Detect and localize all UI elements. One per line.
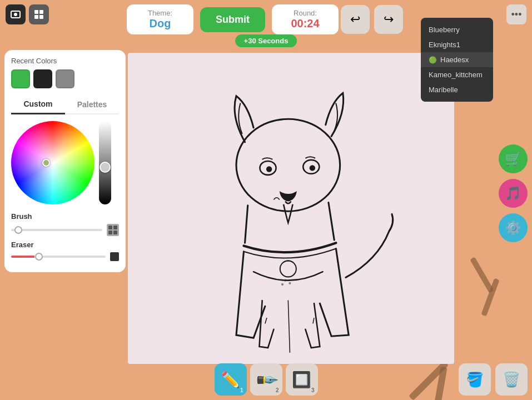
- eraser-label: Eraser: [11, 241, 119, 249]
- svg-point-14: [289, 282, 291, 284]
- gear-icon: ⚙️: [505, 220, 521, 236]
- music-icon: 🎵: [505, 186, 521, 201]
- list-item: Eknights1: [421, 37, 493, 52]
- svg-point-10: [310, 165, 315, 171]
- left-panel: Recent Colors Custom Palettes Brush: [4, 50, 126, 272]
- bottom-right-tools: 🪣 🗑️: [459, 363, 528, 396]
- player-name: Blueberry: [429, 26, 460, 34]
- svg-point-9: [266, 166, 272, 172]
- brush-label: Brush: [11, 212, 119, 221]
- color-wheel-container[interactable]: [11, 121, 95, 204]
- fill-button[interactable]: 🪣: [459, 363, 491, 396]
- brush-section: Brush: [11, 212, 119, 236]
- color-cursor: [42, 159, 50, 167]
- list-item: Blueberry: [421, 22, 493, 37]
- round-label: Round:: [283, 9, 327, 17]
- round-value: 00:24: [283, 17, 327, 30]
- round-box: Round: 00:24: [272, 4, 339, 34]
- plus-seconds-badge: +30 Seconds: [235, 34, 297, 47]
- active-indicator-icon: 🟢: [429, 56, 437, 64]
- svg-line-17: [313, 318, 314, 323]
- eraser-section: Eraser: [11, 241, 119, 261]
- pencil-tool-button[interactable]: ✒️ 2: [250, 363, 282, 396]
- fill-bucket-icon: 🪣: [466, 371, 484, 388]
- player-list: Blueberry Eknights1 🟢 Haedesx Kameo_kitt…: [421, 18, 493, 102]
- color-swatches: [11, 69, 119, 88]
- svg-point-13: [284, 279, 286, 282]
- player-name: Eknights1: [429, 41, 460, 49]
- redo-button[interactable]: ↪: [374, 5, 403, 34]
- bottom-toolbar: ✏️ 1 ✒️ 2 🔲 3: [215, 363, 318, 396]
- color-swatch-black[interactable]: [33, 69, 52, 88]
- eraser-size-icon: [110, 252, 119, 261]
- color-wheel[interactable]: [11, 121, 95, 204]
- color-swatch-green[interactable]: [11, 69, 30, 88]
- eraser-tool-button[interactable]: 🔲 3: [286, 363, 318, 396]
- list-item-active: 🟢 Haedesx: [421, 52, 493, 67]
- shopping-cart-icon: 🛒: [505, 151, 521, 167]
- tool-number-3: 3: [311, 387, 315, 393]
- shop-button[interactable]: 🛒: [499, 144, 528, 173]
- eraser-icon: 🔲: [292, 371, 311, 389]
- brush-size-icon: [107, 224, 119, 236]
- submit-button[interactable]: Submit: [200, 7, 265, 32]
- music-button[interactable]: 🎵: [499, 179, 528, 208]
- theme-label: Theme:: [138, 9, 182, 17]
- recent-colors-label: Recent Colors: [11, 57, 119, 65]
- player-name: Kameo_kittchem: [429, 71, 483, 79]
- player-name: Maribelle: [429, 86, 458, 94]
- tab-palettes[interactable]: Palettes: [65, 95, 119, 113]
- list-item: Maribelle: [421, 82, 493, 97]
- trash-icon: 🗑️: [503, 371, 520, 388]
- svg-line-16: [265, 318, 267, 323]
- drawing-canvas[interactable]: [128, 53, 454, 364]
- brightness-slider[interactable]: [99, 121, 111, 204]
- brightness-thumb: [100, 162, 111, 173]
- pen-icon: ✏️: [221, 371, 240, 389]
- tab-custom[interactable]: Custom: [11, 95, 65, 114]
- player-name: Haedesx: [440, 56, 469, 64]
- theme-value: Dog: [138, 17, 182, 30]
- undo-button[interactable]: ↩: [341, 5, 370, 34]
- color-picker-area: [11, 121, 119, 204]
- clear-canvas-button[interactable]: 🗑️: [495, 363, 528, 396]
- svg-point-11: [280, 261, 296, 277]
- theme-box: Theme: Dog: [127, 4, 193, 34]
- eraser-size-slider[interactable]: [11, 256, 106, 258]
- tool-number-1: 1: [240, 387, 243, 393]
- right-sidebar-buttons: 🛒 🎵 ⚙️: [499, 144, 528, 242]
- list-item: Kameo_kittchem: [421, 67, 493, 82]
- brush-size-slider[interactable]: [11, 229, 102, 231]
- tool-number-2: 2: [276, 387, 279, 393]
- tab-row: Custom Palettes: [11, 95, 119, 114]
- color-swatch-gray[interactable]: [56, 69, 74, 88]
- settings-button[interactable]: ⚙️: [499, 213, 528, 242]
- svg-point-15: [281, 283, 284, 286]
- brightness-track[interactable]: [99, 121, 111, 204]
- pen-tool-button[interactable]: ✏️ 1: [215, 363, 247, 396]
